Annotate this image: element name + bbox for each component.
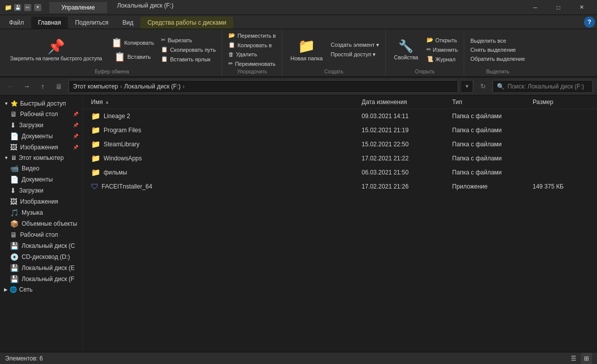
tab-view[interactable]: Вид bbox=[115, 17, 140, 29]
sidebar-item-video[interactable]: 📹 Видео bbox=[0, 163, 82, 174]
sidebar-item-documents2[interactable]: 📄 Документы bbox=[0, 174, 82, 185]
paste-shortcut-button[interactable]: 📋 Вставить ярлык bbox=[159, 55, 218, 63]
sidebar-network-header[interactable]: ▶ 🌐 Сеть bbox=[0, 285, 82, 295]
search-box[interactable]: 🔍 Поиск: Локальный диск (F:) bbox=[492, 80, 593, 93]
col-date[interactable]: Дата изменения bbox=[360, 97, 450, 108]
properties-button[interactable]: 🔧 Свойства bbox=[390, 32, 422, 68]
sidebar-item-music[interactable]: 🎵 Музыка bbox=[0, 207, 82, 218]
sidebar-item-images[interactable]: 🖼 Изображения 📌 bbox=[0, 142, 82, 153]
titlebar: 📁 💾 ✏ ▼ Управление Локальный диск (F:) ─… bbox=[0, 0, 597, 15]
history-button[interactable]: 📜 Журнал bbox=[424, 55, 460, 63]
edit-label: Изменить bbox=[433, 47, 458, 53]
properties-icon: 🔧 bbox=[398, 39, 413, 53]
desktop-icon: 🖥 bbox=[10, 110, 17, 118]
invert-button[interactable]: Обратить выделение bbox=[468, 55, 527, 63]
sidebar-item-drive-d[interactable]: 💿 CD-дисковод (D:) bbox=[0, 251, 82, 262]
sidebar-item-documents[interactable]: 📄 Документы 📌 bbox=[0, 131, 82, 142]
file-type-cell: Папка с файлами bbox=[450, 166, 531, 179]
move-button[interactable]: 📂 Переместить в bbox=[226, 31, 278, 40]
desktop2-label: Рабочий стол bbox=[20, 231, 58, 238]
cut-icon: ✂ bbox=[161, 37, 165, 43]
sidebar-item-images2[interactable]: 🖼 Изображения bbox=[0, 196, 82, 207]
file-list-header: Имя ▲ Дата изменения Тип Размер bbox=[83, 96, 597, 109]
sidebar-item-desktop[interactable]: 🖥 Рабочий стол 📌 bbox=[0, 109, 82, 120]
table-row[interactable]: 📁 WindowsApps 17.02.2021 21:22 Папка с ф… bbox=[83, 151, 597, 165]
open-icon: 📂 bbox=[427, 37, 434, 43]
quick-rename-icon[interactable]: ✏ bbox=[24, 4, 31, 11]
file-date-cell: 15.02.2021 21:19 bbox=[360, 124, 450, 137]
tab-manage[interactable]: Средства работы с дисками bbox=[140, 17, 233, 29]
forward-button[interactable]: → bbox=[20, 80, 33, 93]
maximize-button[interactable]: □ bbox=[547, 0, 570, 15]
back-button[interactable]: ← bbox=[4, 80, 17, 93]
quick-save-icon[interactable]: 💾 bbox=[14, 4, 21, 11]
address-path[interactable]: Этот компьютер › Локальный диск (F:) › bbox=[68, 80, 458, 93]
table-row[interactable]: 📁 Lineage 2 09.03.2021 14:11 Папка с фай… bbox=[83, 109, 597, 123]
ribbon-group-organize: 📂 Переместить в 📋 Копировать в 🗑 Удалить… bbox=[222, 29, 282, 76]
pin-button[interactable]: 📌 Закрепить на панели быстрого доступа bbox=[6, 32, 106, 68]
folder-icon: 📁 bbox=[91, 112, 101, 121]
paste-label: Вставить bbox=[127, 54, 151, 60]
new-item-button[interactable]: Создать элемент ▾ bbox=[329, 41, 382, 49]
copy-button[interactable]: 📋 Копировать bbox=[108, 36, 157, 49]
copy-path-button[interactable]: 📋 Скопировать путь bbox=[159, 45, 218, 54]
ribbon-group-new: 📁 Новая папка Создать элемент ▾ Простой … bbox=[282, 29, 386, 76]
table-row[interactable]: 📁 Program Files 15.02.2021 21:19 Папка с… bbox=[83, 123, 597, 137]
ribbon-tabs: Файл Главная Поделиться Вид Средства раб… bbox=[0, 15, 597, 29]
sidebar-item-drive-f[interactable]: 💾 Локальный диск (F bbox=[0, 274, 82, 285]
quick-dropdown-icon[interactable]: ▼ bbox=[34, 4, 41, 11]
sidebar-item-downloads2[interactable]: ⬇ Загрузки bbox=[0, 185, 82, 196]
copy-to-button[interactable]: 📋 Копировать в bbox=[226, 41, 278, 49]
sidebar-item-downloads[interactable]: ⬇ Загрузки 📌 bbox=[0, 120, 82, 131]
sidebar-item-drive-c[interactable]: 💾 Локальный диск (C bbox=[0, 240, 82, 251]
search-icon: 🔍 bbox=[497, 83, 504, 90]
up-button[interactable]: ↑ bbox=[36, 80, 49, 93]
deselect-button[interactable]: Снять выделение bbox=[468, 46, 527, 54]
refresh-button[interactable]: ↻ bbox=[476, 80, 489, 93]
col-date-label: Дата изменения bbox=[362, 99, 407, 106]
select-all-label: Выделить все bbox=[470, 38, 506, 44]
view-large-button[interactable]: ⊞ bbox=[581, 353, 592, 364]
delete-button[interactable]: 🗑 Удалить bbox=[226, 50, 278, 58]
col-name[interactable]: Имя ▲ bbox=[89, 97, 360, 108]
3dobjects-label: Объемные объекты bbox=[22, 220, 77, 227]
col-type[interactable]: Тип bbox=[450, 97, 531, 108]
tab-file[interactable]: Файл bbox=[2, 17, 31, 29]
address-dropdown-button[interactable]: ▼ bbox=[461, 80, 473, 93]
app-icon: 🛡 bbox=[91, 182, 99, 191]
sidebar-quick-access-header[interactable]: ▼ ⭐ Быстрый доступ bbox=[0, 99, 82, 109]
select-all-button[interactable]: Выделить все bbox=[468, 37, 527, 45]
titlebar-tab-manage[interactable]: Управление bbox=[49, 2, 107, 13]
view-list-button[interactable]: ☰ bbox=[568, 353, 579, 364]
edit-button[interactable]: ✏ Изменить bbox=[424, 45, 460, 54]
close-button[interactable]: ✕ bbox=[570, 0, 593, 15]
file-type-cell: Папка с файлами bbox=[450, 138, 531, 151]
rename-icon: ✏ bbox=[228, 60, 233, 67]
path-separator-1: › bbox=[120, 83, 122, 90]
cut-label: Вырезать bbox=[167, 37, 192, 43]
file-name: фильмы bbox=[104, 169, 127, 176]
sidebar-computer-header[interactable]: ▼ 🖥 Этот компьютер bbox=[0, 153, 82, 163]
network-label: Сеть bbox=[19, 286, 33, 293]
table-row[interactable]: 📁 SteamLibrary 15.02.2021 22:50 Папка с … bbox=[83, 137, 597, 151]
minimize-button[interactable]: ─ bbox=[524, 0, 547, 15]
col-size[interactable]: Размер bbox=[531, 97, 591, 108]
tab-share[interactable]: Поделиться bbox=[68, 17, 115, 29]
ribbon-group-select: Выделить все Снять выделение Обратить вы… bbox=[464, 29, 531, 76]
video-icon: 📹 bbox=[10, 164, 19, 172]
sidebar-item-3dobjects[interactable]: 📦 Объемные объекты bbox=[0, 218, 82, 229]
open-button[interactable]: 📂 Открыть bbox=[424, 36, 460, 44]
rename-button[interactable]: ✏ Переименовать bbox=[226, 59, 278, 68]
sidebar-item-drive-e[interactable]: 💾 Локальный диск (E bbox=[0, 262, 82, 274]
history-label: Журнал bbox=[436, 56, 456, 62]
downloads2-icon: ⬇ bbox=[10, 187, 16, 195]
sidebar-item-desktop2[interactable]: 🖥 Рабочий стол bbox=[0, 229, 82, 240]
help-button[interactable]: ? bbox=[584, 17, 595, 28]
cut-button[interactable]: ✂ Вырезать bbox=[159, 36, 218, 44]
easy-access-button[interactable]: Простой доступ ▾ bbox=[329, 50, 382, 59]
new-folder-button[interactable]: 📁 Новая папка bbox=[286, 32, 326, 68]
table-row[interactable]: 📁 фильмы 06.03.2021 21:50 Папка с файлам… bbox=[83, 165, 597, 179]
table-row[interactable]: 🛡 FACEITnstaller_64 17.02.2021 21:26 При… bbox=[83, 179, 597, 193]
tab-home[interactable]: Главная bbox=[31, 17, 68, 29]
paste-button[interactable]: 📋 Вставить bbox=[108, 50, 157, 63]
